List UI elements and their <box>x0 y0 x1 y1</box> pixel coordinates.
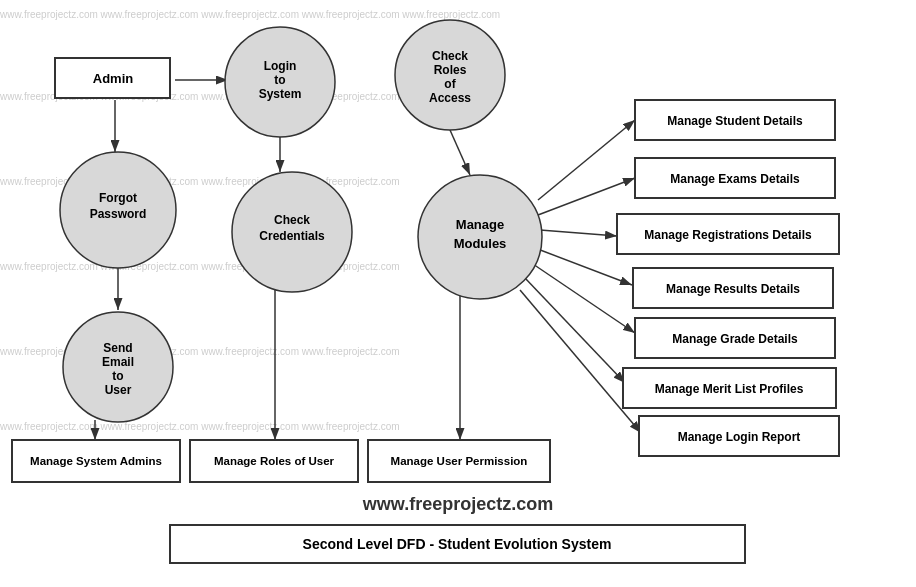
svg-text:Email: Email <box>102 355 134 369</box>
svg-text:to: to <box>274 73 285 87</box>
svg-text:Manage User Permission: Manage User Permission <box>391 455 528 467</box>
svg-line-15 <box>520 290 641 433</box>
watermark: www.freeprojectz.com www.freeprojectz.co… <box>0 421 400 432</box>
svg-text:User: User <box>105 383 132 397</box>
svg-text:Roles: Roles <box>434 63 467 77</box>
watermark: www.freeprojectz.com www.freeprojectz.co… <box>0 176 400 187</box>
svg-line-14 <box>525 278 625 383</box>
diagram-container: www.freeprojectz.com www.freeprojectz.co… <box>0 0 916 587</box>
svg-line-11 <box>540 230 617 236</box>
svg-text:of: of <box>444 77 456 91</box>
svg-text:Manage Exams Details: Manage Exams Details <box>670 172 800 186</box>
svg-text:Send: Send <box>103 341 132 355</box>
svg-text:Manage Login Report: Manage Login Report <box>678 430 801 444</box>
svg-text:Manage Grade Details: Manage Grade Details <box>672 332 798 346</box>
svg-text:Manage System Admins: Manage System Admins <box>30 455 162 467</box>
svg-text:Access: Access <box>429 91 471 105</box>
svg-line-10 <box>538 178 635 215</box>
svg-text:Credentials: Credentials <box>259 229 325 243</box>
svg-text:Manage Student Details: Manage Student Details <box>667 114 803 128</box>
svg-line-4 <box>450 130 470 175</box>
svg-line-13 <box>530 262 635 333</box>
svg-text:Check: Check <box>432 49 468 63</box>
login-label: Login <box>264 59 297 73</box>
diagram-title: Second Level DFD - Student Evolution Sys… <box>303 536 612 552</box>
svg-text:Check: Check <box>274 213 310 227</box>
svg-line-9 <box>538 120 635 200</box>
svg-text:Modules: Modules <box>454 236 507 251</box>
dfd-diagram: www.freeprojectz.com www.freeprojectz.co… <box>0 0 916 587</box>
svg-text:Manage Merit List Profiles: Manage Merit List Profiles <box>655 382 804 396</box>
svg-text:Manage Results Details: Manage Results Details <box>666 282 800 296</box>
svg-text:Manage Registrations Details: Manage Registrations Details <box>644 228 812 242</box>
svg-text:System: System <box>259 87 302 101</box>
svg-text:Manage: Manage <box>456 217 504 232</box>
website-label: www.freeprojectz.com <box>362 494 553 514</box>
watermark: www.freeprojectz.com www.freeprojectz.co… <box>0 346 400 357</box>
svg-text:Manage Roles of User: Manage Roles of User <box>214 455 335 467</box>
svg-text:Forgot: Forgot <box>99 191 137 205</box>
svg-text:Admin: Admin <box>93 71 134 86</box>
svg-text:Password: Password <box>90 207 147 221</box>
svg-text:to: to <box>112 369 123 383</box>
watermark: www.freeprojectz.com www.freeprojectz.co… <box>0 9 500 20</box>
